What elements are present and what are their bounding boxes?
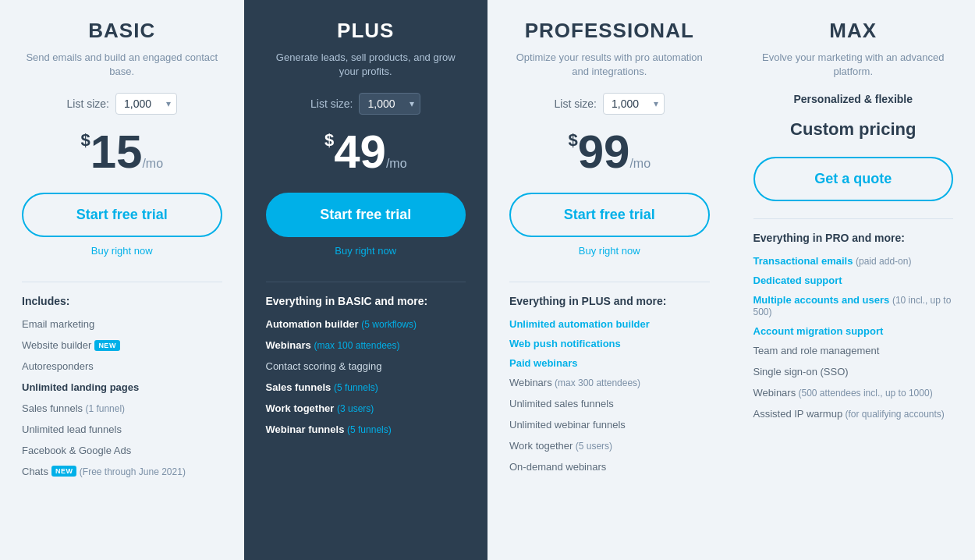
price-row-professional: $99/mo [509, 129, 710, 175]
feature-basic-5: Unlimited lead funnels [22, 424, 222, 437]
feature-max-4: Team and role management [753, 345, 954, 358]
price-row-plus: $49/mo [266, 129, 466, 175]
plan-tagline-plus: Generate leads, sell products, and grow … [266, 51, 466, 79]
list-size-select-basic[interactable]: 1,000 2,500 5,000 10,000 [115, 93, 177, 115]
features-header-max: Everything in PRO and more: [753, 232, 954, 244]
feature-plus-5: Webinar funnels (5 funnels) [266, 424, 466, 437]
start-trial-button-plus[interactable]: Start free trial [266, 193, 466, 237]
plan-basic: BASICSend emails and build an engaged co… [0, 0, 244, 560]
list-size-select-plus[interactable]: 1,000 2,500 5,000 10,000 [359, 93, 420, 115]
plan-name-professional: PROFESSIONAL [509, 19, 710, 43]
list-size-select-wrapper-professional[interactable]: 1,000 2,500 5,000 10,000 [603, 93, 665, 115]
divider-basic [22, 282, 222, 282]
feature-professional-3: Webinars (max 300 attendees) [509, 377, 710, 390]
features-header-plus: Everything in BASIC and more: [266, 295, 466, 307]
list-size-row-professional: List size: 1,000 2,500 5,000 10,000 [509, 93, 710, 115]
list-size-row-plus: List size: 1,000 2,500 5,000 10,000 [266, 93, 466, 115]
price-currency-plus: $ [324, 130, 334, 150]
plan-tagline-basic: Send emails and build an engaged contact… [22, 51, 222, 79]
list-size-row-basic: List size: 1,000 2,500 5,000 10,000 [22, 93, 222, 115]
plan-max: MAXEvolve your marketing with an advance… [732, 0, 976, 560]
plan-name-max: MAX [753, 19, 954, 43]
feature-basic-2: Autoresponders [22, 360, 222, 374]
features-header-basic: Includes: [22, 295, 222, 307]
plan-professional: PROFESSIONALOptimize your results with p… [488, 0, 732, 560]
list-size-select-wrapper-basic[interactable]: 1,000 2,500 5,000 10,000 [115, 93, 177, 115]
price-period-professional: /mo [629, 157, 651, 170]
feature-basic-6: Facebook & Google Ads [22, 445, 222, 458]
custom-pricing-label: Custom pricing [753, 119, 954, 140]
buy-now-link-professional[interactable]: Buy right now [509, 245, 710, 257]
list-size-label-professional: List size: [555, 97, 597, 110]
feature-sub-max-2: (10 incl., up to 500) [753, 295, 952, 317]
price-amount-plus: 49 [334, 126, 386, 178]
list-size-label-basic: List size: [67, 97, 109, 110]
price-row-basic: $15/mo [22, 129, 222, 175]
feature-professional-5: Unlimited webinar funnels [509, 419, 710, 432]
feature-max-7: Assisted IP warmup (for qualifying accou… [753, 408, 954, 421]
feature-basic-4: Sales funnels (1 funnel) [22, 402, 222, 416]
feature-max-1: Dedicated support [753, 275, 954, 286]
feature-max-5: Single sign-on (SSO) [753, 366, 954, 379]
divider-plus [266, 282, 466, 282]
feature-professional-2: Paid webinars [509, 357, 710, 369]
get-quote-button[interactable]: Get a quote [753, 157, 954, 201]
price-period-plus: /mo [386, 157, 407, 170]
feature-professional-1: Web push notifications [509, 338, 710, 349]
personalized-label: Personalized & flexible [753, 93, 954, 105]
feature-sub-max-0: (paid add-on) [856, 256, 911, 267]
feature-max-2: Multiple accounts and users (10 incl., u… [753, 294, 954, 317]
plan-name-plus: PLUS [266, 19, 466, 43]
plan-tagline-professional: Optimize your results with pro automatio… [509, 51, 710, 79]
feature-max-3: Account migration support [753, 325, 954, 337]
divider-max [753, 218, 954, 219]
feature-plus-2: Contact scoring & tagging [266, 360, 466, 374]
buy-now-link-basic[interactable]: Buy right now [22, 245, 222, 257]
plan-tagline-max: Evolve your marketing with an advanced p… [753, 51, 954, 79]
start-trial-button-basic[interactable]: Start free trial [22, 193, 222, 237]
feature-plus-1: Webinars (max 100 attendees) [266, 339, 466, 353]
price-currency-basic: $ [80, 130, 90, 150]
feature-plus-4: Work together (3 users) [266, 402, 466, 416]
features-header-professional: Everything in PLUS and more: [509, 295, 710, 307]
feature-plus-3: Sales funnels (5 funnels) [266, 381, 466, 395]
price-currency-professional: $ [568, 130, 577, 150]
list-size-label-plus: List size: [310, 97, 353, 110]
price-period-basic: /mo [142, 157, 163, 170]
feature-max-0: Transactional emails (paid add-on) [753, 255, 954, 267]
pricing-container: BASICSend emails and build an engaged co… [0, 0, 975, 560]
feature-professional-6: Work together (5 users) [509, 440, 710, 453]
feature-basic-7: ChatsNEW (Free through June 2021) [22, 466, 222, 479]
start-trial-button-professional[interactable]: Start free trial [509, 193, 710, 237]
feature-professional-4: Unlimited sales funnels [509, 398, 710, 411]
feature-basic-1: Website builderNEW [22, 339, 222, 353]
feature-max-6: Webinars (500 attendees incl., up to 100… [753, 387, 954, 400]
feature-plus-0: Automation builder (5 workflows) [266, 318, 466, 331]
buy-now-link-plus[interactable]: Buy right now [266, 245, 466, 257]
plan-name-basic: BASIC [22, 19, 222, 43]
feature-professional-7: On-demand webinars [509, 461, 710, 474]
list-size-select-wrapper-plus[interactable]: 1,000 2,500 5,000 10,000 [359, 93, 420, 115]
list-size-select-professional[interactable]: 1,000 2,500 5,000 10,000 [603, 93, 665, 115]
price-amount-professional: 99 [578, 126, 630, 178]
feature-basic-0: Email marketing [22, 318, 222, 331]
feature-basic-3: Unlimited landing pages [22, 381, 222, 395]
plan-plus: PLUSGenerate leads, sell products, and g… [244, 0, 488, 560]
divider-professional [509, 282, 710, 282]
price-amount-basic: 15 [90, 126, 143, 178]
feature-professional-0: Unlimited automation builder [509, 318, 710, 330]
